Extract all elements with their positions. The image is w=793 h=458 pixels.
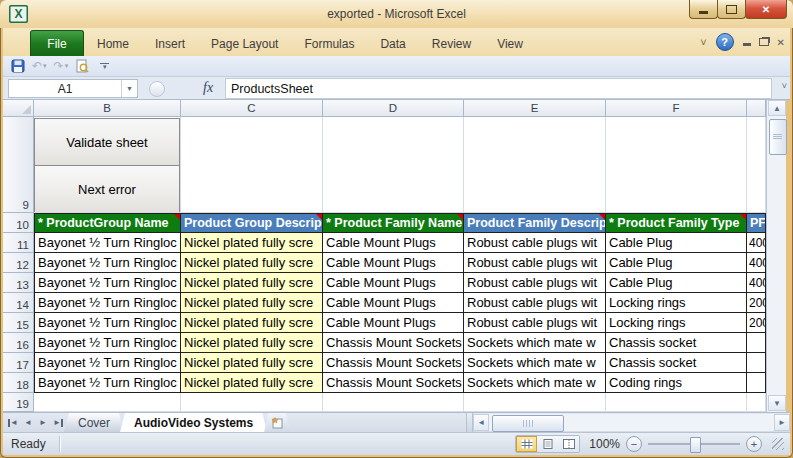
resize-grip-icon[interactable] [772, 438, 784, 450]
column-header-e[interactable]: E [464, 100, 606, 117]
name-box[interactable]: A1 ▼ [8, 79, 138, 98]
cell[interactable] [181, 117, 323, 213]
minimize-window-button[interactable] [689, 0, 718, 19]
undo-dropdown-icon[interactable]: ▾ [43, 62, 47, 70]
table-cell[interactable]: Nickel plated fully scre [181, 333, 323, 353]
table-cell[interactable]: Locking rings [606, 293, 747, 313]
zoom-level[interactable]: 100% [586, 437, 620, 451]
expand-ribbon-icon[interactable]: ˅ [700, 36, 706, 48]
vertical-scrollbar[interactable]: ▲ ▼ [766, 100, 786, 412]
workbook-minimize-icon[interactable] [743, 43, 751, 46]
table-cell[interactable]: Cable Mount Plugs [323, 233, 464, 253]
table-cell[interactable] [747, 333, 766, 353]
insert-worksheet-button[interactable] [264, 413, 290, 432]
row-header-15[interactable]: 15 [3, 313, 34, 333]
row-header-17[interactable]: 17 [3, 353, 34, 373]
tab-page-layout[interactable]: Page Layout [198, 32, 291, 56]
table-cell[interactable]: Nickel plated fully scre [181, 313, 323, 333]
row-header-14[interactable]: 14 [3, 293, 34, 313]
table-cell[interactable]: Nickel plated fully scre [181, 353, 323, 373]
scroll-up-button[interactable]: ▲ [768, 100, 786, 116]
table-cell[interactable]: Chassis Mount Sockets [323, 353, 464, 373]
table-cell[interactable]: Bayonet ½ Turn Ringloc [34, 293, 181, 313]
undo-icon[interactable]: ↶ [32, 59, 42, 73]
table-cell[interactable]: Nickel plated fully scre [181, 293, 323, 313]
vertical-scrollbar-thumb[interactable] [769, 119, 787, 155]
table-cell[interactable]: Cable Mount Plugs [323, 253, 464, 273]
cell[interactable] [464, 117, 606, 213]
workbook-close-icon[interactable]: ✕ [777, 37, 785, 48]
maximize-window-button[interactable] [717, 0, 746, 19]
cell[interactable] [181, 393, 323, 412]
expand-formula-bar-icon[interactable]: ˅ [782, 81, 787, 91]
table-cell[interactable]: Robust cable plugs wit [464, 253, 606, 273]
table-cell[interactable]: Bayonet ½ Turn Ringloc [34, 353, 181, 373]
horizontal-scrollbar-thumb[interactable] [492, 415, 564, 432]
table-cell[interactable]: 400 [747, 233, 766, 253]
redo-dropdown-icon[interactable]: ▾ [65, 62, 69, 70]
table-cell[interactable]: Robust cable plugs wit [464, 233, 606, 253]
row-header-12[interactable]: 12 [3, 253, 34, 273]
cell[interactable] [323, 393, 464, 412]
column-header-b[interactable]: B [34, 100, 181, 117]
table-cell[interactable]: Locking rings [606, 313, 747, 333]
row-header-10[interactable]: 10 [3, 213, 34, 233]
tab-file[interactable]: File [30, 30, 84, 56]
page-layout-view-button[interactable] [537, 436, 558, 452]
header-cell[interactable]: Product Family Descrip [464, 213, 606, 233]
tab-review[interactable]: Review [419, 32, 484, 56]
cell[interactable] [606, 393, 747, 412]
table-cell[interactable]: Bayonet ½ Turn Ringloc [34, 333, 181, 353]
name-box-dropdown-icon[interactable]: ▼ [121, 80, 137, 97]
title-bar[interactable]: X exported - Microsoft Excel ✕ [0, 0, 793, 28]
tab-insert[interactable]: Insert [142, 32, 198, 56]
workbook-restore-icon[interactable] [759, 38, 769, 46]
table-cell[interactable] [747, 353, 766, 373]
cell[interactable] [747, 117, 766, 213]
table-cell[interactable]: 200 [747, 293, 766, 313]
horizontal-scrollbar[interactable] [489, 414, 774, 431]
sheet-tab-audiovideo-systems[interactable]: AudioVideo Systems [120, 413, 267, 432]
table-cell[interactable]: Cable Plug [606, 273, 747, 293]
previous-sheet-button[interactable]: ◄ [22, 416, 34, 430]
cell[interactable] [464, 393, 606, 412]
table-cell[interactable]: Cable Mount Plugs [323, 293, 464, 313]
table-cell[interactable]: Nickel plated fully scre [181, 373, 323, 393]
header-cell[interactable]: PFT- [747, 213, 766, 233]
table-cell[interactable]: 400 [747, 253, 766, 273]
table-cell[interactable]: Cable Plug [606, 253, 747, 273]
table-cell[interactable]: Robust cable plugs wit [464, 273, 606, 293]
table-cell[interactable]: 400 [747, 273, 766, 293]
select-all-corner[interactable] [3, 100, 34, 117]
table-cell[interactable]: Sockets which mate w [464, 373, 606, 393]
save-icon[interactable] [11, 59, 25, 73]
cell[interactable] [747, 393, 766, 412]
scroll-left-button[interactable]: ◄ [473, 414, 489, 431]
print-preview-icon[interactable] [75, 59, 89, 73]
row-header-13[interactable]: 13 [3, 273, 34, 293]
row-header-19[interactable]: 19 [3, 393, 34, 412]
header-cell[interactable]: Product Group Descrip [181, 213, 323, 233]
page-break-preview-button[interactable] [558, 436, 579, 452]
tab-formulas[interactable]: Formulas [291, 32, 367, 56]
table-cell[interactable] [747, 373, 766, 393]
redo-icon[interactable]: ↷ [54, 59, 64, 73]
table-cell[interactable]: Chassis socket [606, 333, 747, 353]
table-cell[interactable]: Coding rings [606, 373, 747, 393]
zoom-in-button[interactable]: + [746, 436, 762, 452]
normal-view-button[interactable] [516, 436, 537, 452]
zoom-slider-thumb[interactable] [690, 437, 701, 453]
table-cell[interactable]: Nickel plated fully scre [181, 273, 323, 293]
cell[interactable] [323, 117, 464, 213]
help-button[interactable]: ? [716, 33, 734, 51]
scroll-right-button[interactable]: ► [774, 414, 790, 431]
table-cell[interactable]: Bayonet ½ Turn Ringloc [34, 373, 181, 393]
header-cell[interactable]: * ProductGroup Name [34, 213, 181, 233]
validate-sheet-button[interactable]: Validate sheet [34, 118, 180, 166]
tab-view[interactable]: View [484, 32, 536, 56]
table-cell[interactable]: Robust cable plugs wit [464, 293, 606, 313]
close-window-button[interactable]: ✕ [745, 0, 787, 19]
header-cell[interactable]: * Product Family Type [606, 213, 747, 233]
table-cell[interactable]: Sockets which mate w [464, 333, 606, 353]
tab-home[interactable]: Home [84, 32, 142, 56]
